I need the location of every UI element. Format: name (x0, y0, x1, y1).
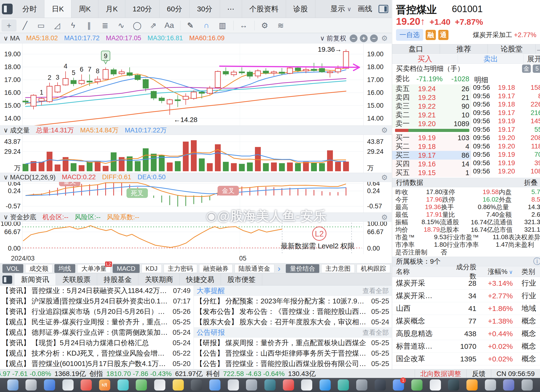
bid-row[interactable]: 买一19.19103 (392, 133, 471, 142)
sector-row[interactable]: 高股息精选438+0.44%概念 (392, 327, 540, 340)
indicator-tab-均线[interactable]: 均线 (54, 264, 75, 273)
top-tab-月K[interactable]: 月K (98, 0, 125, 18)
panel-tab-论股堂[interactable]: 论股堂 (488, 44, 536, 54)
dock-icon-6[interactable] (118, 379, 129, 391)
top-tab-30分[interactable]: 30分 (190, 0, 220, 18)
dock-icon-11[interactable] (209, 379, 220, 391)
trade-tab-买入[interactable]: 买入 (392, 54, 458, 64)
volume-chart[interactable]: 43.8743.8729.2429.24万万 (0, 135, 392, 173)
settings-icon[interactable]: ⚙ (257, 19, 272, 32)
kline-chart[interactable]: 19.0019.0018.0018.0017.0017.0016.0016.00… (0, 43, 392, 125)
margin-badge[interactable]: 融 (426, 30, 436, 40)
dock-icon-2[interactable] (44, 379, 55, 391)
dock-icon-0[interactable] (7, 379, 18, 391)
indicator-label[interactable]: ∨ 成交量 (3, 126, 30, 135)
panel-toggle-icon[interactable] (379, 5, 388, 13)
dock-icon-18[interactable] (338, 379, 349, 391)
dock-icon-25[interactable] (466, 379, 478, 391)
status-item[interactable]: 北向数据调整 (415, 369, 466, 378)
news-item[interactable]: 【观点】晋控煤业(601001)5月17日股东户数4.1万户，…05-20 (0, 359, 193, 369)
news-item[interactable]: 【股东大会】股东大会：召开年度股东大会，审议相关议案05-24 (194, 317, 392, 327)
dock-icon-19[interactable] (356, 379, 367, 391)
indicator-label[interactable]: ∨ MA (3, 34, 20, 42)
layers-icon[interactable]: ≋ (273, 19, 288, 32)
gear-icon[interactable]: ⚙ (381, 34, 388, 42)
analysis-tab-主力意图[interactable]: 主力意图 (321, 264, 355, 273)
dock-icon-15[interactable] (283, 379, 294, 391)
news-window-icon[interactable] (2, 276, 12, 284)
news-item[interactable]: 【公告】晋控煤业：山西华炬律师事务所关于晋控煤业2…05-25 (194, 348, 392, 359)
indicator-label[interactable]: ∨ MACD(12,26,9) (3, 173, 56, 181)
collapse-link[interactable]: 折叠 (524, 178, 538, 187)
app-window-icon[interactable] (2, 4, 13, 14)
dock-icon-14[interactable] (264, 379, 276, 391)
dock-icon-16[interactable] (301, 379, 312, 391)
zoom-button[interactable]: − (370, 34, 378, 42)
news-item[interactable]: 【资讯】沪深股通|晋控煤业5月24日获外资卖出0.17%…07:17 (0, 296, 193, 306)
news-tab-关联股票[interactable]: 关联股票 (56, 274, 97, 285)
gear-icon[interactable]: ⚙ (381, 173, 388, 182)
top-tab-日K[interactable]: 日K (44, 0, 71, 18)
sector-row[interactable]: 煤炭开采28+3.14%行业 (392, 277, 540, 290)
news-item[interactable]: 【资讯】行业追踪|煤炭市场（5月20日-5月26日）：焦…05-26 (0, 306, 193, 317)
panel-tab-推荐[interactable]: 推荐 (440, 44, 488, 54)
news-item[interactable]: 【观点】民生证券-煤炭行业周报：量价齐升，重点配置…05-25 (0, 317, 193, 327)
dock-icon-13[interactable] (246, 379, 257, 391)
sector-link[interactable]: 煤炭开采加工 +2.77% (473, 31, 536, 39)
dock-icon-28[interactable] (522, 379, 533, 391)
trend-line-icon[interactable]: ╱ (17, 19, 33, 32)
sector-row[interactable]: 山西41+1.86%地域 (392, 302, 540, 315)
sector-row[interactable]: 煤炭开采…34+2.77%行业 (392, 290, 540, 302)
watchlist-button[interactable]: 一自选 (396, 29, 423, 41)
connect-badge[interactable]: 通 (438, 30, 448, 40)
news-item[interactable]: 【公告】晋控煤业：晋能控股山西煤业股份有限公司202…05-25 (194, 359, 392, 369)
indicator-tab-MACD[interactable]: MACD (113, 264, 140, 273)
info-icon[interactable]: ⓘ (533, 256, 540, 267)
polyline-icon[interactable]: ϟ (66, 19, 81, 32)
view-all-link[interactable]: 查看全部 (363, 328, 389, 337)
fund-chart[interactable]: 100.00100.0066.6766.670.000.00L2最新数据需 Le… (0, 222, 392, 254)
indicator-tab-VOL[interactable]: VOL (2, 264, 23, 273)
dock-icon-21[interactable]: 1 (393, 379, 404, 391)
analysis-tab-机构跟踪[interactable]: 机构跟踪 (357, 264, 390, 273)
indicator-tab-KDJ[interactable]: KDJ (142, 264, 162, 273)
dock-icon-8[interactable] (154, 379, 165, 391)
indicator-tab-陆股通资金[interactable]: 陆股通资金 (235, 264, 274, 273)
bid-row[interactable]: 买三19.1786 (392, 151, 471, 160)
top-tab-诊股[interactable]: 诊股 (286, 0, 315, 18)
zoom-button[interactable]: − (350, 34, 357, 42)
news-item[interactable]: 【研报】煤炭周报：量价齐升，重点配置板块山西煤企05-25 (194, 338, 392, 348)
news-tab-快捷交易[interactable]: 快捷交易 (180, 274, 221, 285)
ask-row[interactable]: 卖五19.2426 (392, 84, 471, 93)
dock-icon-20[interactable] (375, 379, 386, 391)
trade-tab-展开[interactable]: 展开 (524, 54, 540, 64)
dock-icon-23[interactable] (430, 379, 441, 391)
dock-icon-10[interactable] (191, 379, 202, 391)
news-item[interactable]: 【资讯】晋控煤业：5月24日获融资买入1184.42万元，…07:49 (0, 286, 193, 296)
dock-icon-26[interactable] (485, 379, 496, 391)
news-tab-新闻资讯[interactable]: 新闻资讯 (15, 274, 56, 285)
fan-lines-icon[interactable]: ◿ (50, 19, 65, 32)
arrow-marks-icon[interactable]: ⇗ (146, 19, 161, 32)
news-item[interactable]: 【观点】技术分析：KDJ死叉，晋控煤业风险会增大吗?05-22 (0, 348, 193, 359)
dock-icon-1[interactable] (25, 379, 37, 391)
top-tab-⋯[interactable]: ⋯ (220, 0, 242, 18)
dock-icon-5[interactable]: 5月 (99, 379, 110, 391)
dock-icon-22[interactable] (411, 379, 422, 391)
move-crosshair-icon[interactable]: ＋ (1, 19, 17, 32)
dock-icon-27[interactable] (503, 379, 514, 391)
gear-icon[interactable]: ⚙ (381, 213, 388, 221)
vertical-lines-icon[interactable]: ∥ (82, 19, 97, 32)
news-item[interactable]: 【发布公告】发布公告：《晋控煤业：晋能控股山西煤业…05-25 (194, 306, 392, 317)
indicator-tab-主力密码[interactable]: 主力密码 (164, 264, 197, 273)
draw-line-button[interactable]: 画线 (358, 4, 372, 14)
dock-icon-3[interactable] (62, 379, 74, 391)
status-item[interactable]: 反馈 (466, 369, 491, 378)
trade-tab-卖出[interactable]: 卖出 (458, 54, 524, 64)
wave-icon[interactable]: ∿ (114, 19, 129, 32)
gear-icon[interactable]: ⚙ (381, 126, 388, 134)
text-note-icon[interactable]: Aa (162, 19, 177, 32)
panel-tab-more[interactable]: → (536, 44, 540, 54)
bid-row[interactable]: 买二19.184 (392, 142, 471, 151)
news-item[interactable]: 【观点】德邦证券-煤炭行业点评：供需两侧政策加持，…05-24 (0, 327, 193, 338)
